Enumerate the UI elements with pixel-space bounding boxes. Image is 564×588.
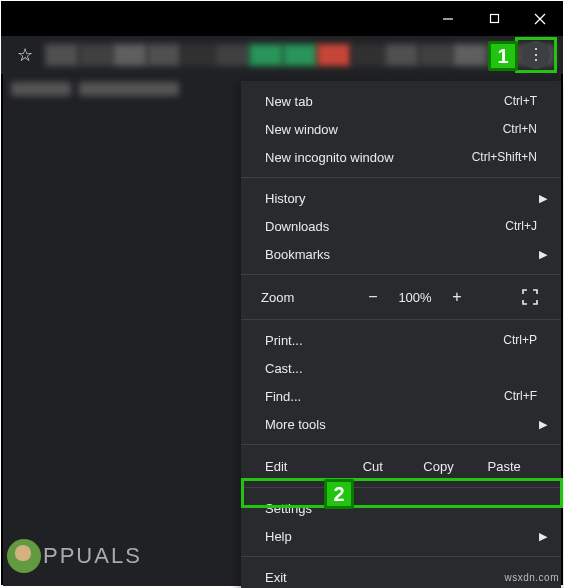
appuals-logo-icon	[7, 539, 41, 573]
edit-cut-button[interactable]: Cut	[340, 459, 406, 474]
menu-shortcut: Ctrl+P	[503, 333, 537, 347]
menu-label: Edit	[265, 459, 340, 474]
menu-item-new-tab[interactable]: New tab Ctrl+T	[241, 87, 561, 115]
menu-separator	[241, 487, 561, 488]
zoom-out-button[interactable]: −	[356, 288, 390, 306]
menu-item-find[interactable]: Find... Ctrl+F	[241, 382, 561, 410]
extension-icons-area	[45, 44, 555, 66]
menu-label: Downloads	[265, 219, 329, 234]
chrome-menu-button[interactable]: ⋮	[522, 41, 550, 69]
menu-item-incognito[interactable]: New incognito window Ctrl+Shift+N	[241, 143, 561, 171]
svg-rect-1	[490, 15, 498, 23]
menu-separator	[241, 319, 561, 320]
watermark-text: PPUALS	[43, 543, 142, 569]
annotation-badge-1: 1	[488, 41, 518, 71]
menu-shortcut: Ctrl+T	[504, 94, 537, 108]
menu-label: Exit	[265, 570, 287, 585]
menu-label: Settings	[265, 501, 312, 516]
menu-item-new-window[interactable]: New window Ctrl+N	[241, 115, 561, 143]
highlight-1: ⋮	[515, 37, 557, 73]
edit-copy-button[interactable]: Copy	[406, 459, 472, 474]
menu-label: History	[265, 191, 305, 206]
menu-label: Bookmarks	[265, 247, 330, 262]
menu-item-edit: Edit Cut Copy Paste	[241, 451, 561, 481]
menu-shortcut: Ctrl+F	[504, 389, 537, 403]
zoom-value: 100%	[390, 290, 440, 305]
menu-item-help[interactable]: Help ▶	[241, 522, 561, 550]
menu-label: Print...	[265, 333, 303, 348]
menu-item-bookmarks[interactable]: Bookmarks ▶	[241, 240, 561, 268]
menu-item-history[interactable]: History ▶	[241, 184, 561, 212]
submenu-arrow-icon: ▶	[539, 418, 547, 431]
window-close-button[interactable]	[517, 3, 563, 35]
zoom-in-button[interactable]: +	[440, 288, 474, 306]
browser-window: ☆ ⋮	[1, 1, 563, 585]
chrome-main-menu: New tab Ctrl+T New window Ctrl+N New inc…	[241, 81, 561, 588]
vertical-dots-icon: ⋮	[528, 47, 544, 63]
menu-label: New incognito window	[265, 150, 394, 165]
menu-shortcut: Ctrl+N	[503, 122, 537, 136]
menu-shortcut: Ctrl+Shift+N	[472, 150, 537, 164]
submenu-arrow-icon: ▶	[539, 530, 547, 543]
menu-separator	[241, 274, 561, 275]
menu-separator	[241, 177, 561, 178]
fullscreen-button[interactable]	[519, 286, 541, 308]
menu-item-downloads[interactable]: Downloads Ctrl+J	[241, 212, 561, 240]
menu-label: Zoom	[261, 290, 356, 305]
browser-toolbar: ☆ ⋮	[1, 36, 563, 74]
window-maximize-button[interactable]	[471, 3, 517, 35]
window-minimize-button[interactable]	[425, 3, 471, 35]
menu-label: New tab	[265, 94, 313, 109]
fullscreen-icon	[522, 289, 538, 305]
menu-label: Help	[265, 529, 292, 544]
menu-separator	[241, 556, 561, 557]
window-titlebar	[1, 1, 563, 36]
menu-item-more-tools[interactable]: More tools ▶	[241, 410, 561, 438]
menu-label: Cast...	[265, 361, 303, 376]
appuals-watermark: PPUALS	[7, 539, 142, 573]
menu-item-zoom: Zoom − 100% +	[241, 281, 561, 313]
source-watermark: wsxdn.com	[504, 572, 559, 583]
menu-item-print[interactable]: Print... Ctrl+P	[241, 326, 561, 354]
annotation-badge-2: 2	[324, 479, 354, 509]
menu-item-settings[interactable]: Settings	[241, 494, 561, 522]
submenu-arrow-icon: ▶	[539, 248, 547, 261]
menu-item-cast[interactable]: Cast...	[241, 354, 561, 382]
menu-label: Find...	[265, 389, 301, 404]
edit-paste-button[interactable]: Paste	[471, 459, 537, 474]
menu-separator	[241, 444, 561, 445]
menu-label: More tools	[265, 417, 326, 432]
menu-shortcut: Ctrl+J	[505, 219, 537, 233]
menu-label: New window	[265, 122, 338, 137]
submenu-arrow-icon: ▶	[539, 192, 547, 205]
bookmark-star-icon[interactable]: ☆	[9, 39, 41, 71]
